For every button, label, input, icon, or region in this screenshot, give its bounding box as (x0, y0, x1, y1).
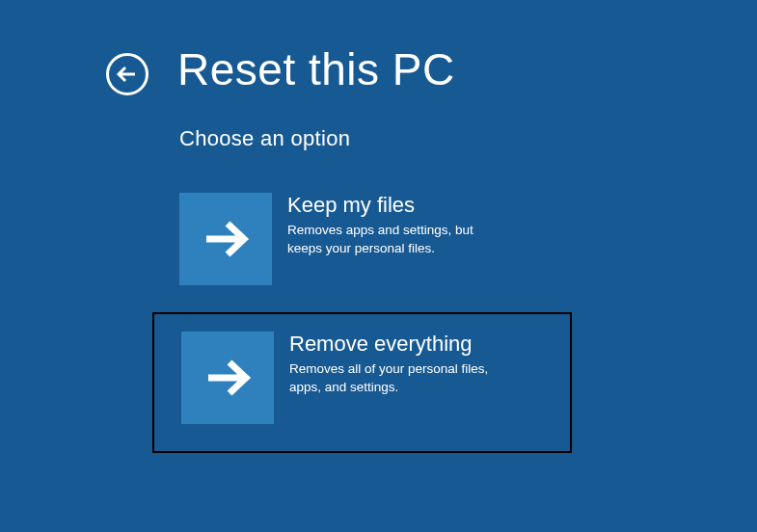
option-text: Remove everything Removes all of your pe… (289, 332, 511, 396)
option-tile (181, 332, 274, 424)
option-description: Removes apps and settings, but keeps you… (287, 222, 509, 256)
option-description: Removes all of your personal files, apps… (289, 360, 511, 395)
arrow-right-icon (203, 353, 253, 403)
option-wrapper-highlighted: Remove everything Removes all of your pe… (152, 312, 572, 453)
option-remove-everything[interactable]: Remove everything Removes all of your pe… (181, 332, 543, 424)
option-keep-my-files[interactable]: Keep my files Removes apps and settings,… (179, 193, 545, 285)
header: Reset this PC (0, 0, 757, 95)
subtitle: Choose an option (179, 126, 757, 151)
arrow-left-icon (116, 63, 139, 86)
back-button[interactable] (106, 53, 149, 95)
option-title: Remove everything (289, 332, 511, 357)
arrow-right-icon (201, 214, 251, 264)
options-list: Keep my files Removes apps and settings,… (152, 175, 757, 453)
option-title: Keep my files (287, 193, 509, 218)
option-text: Keep my files Removes apps and settings,… (287, 193, 509, 257)
option-tile (179, 193, 272, 285)
option-wrapper: Keep my files Removes apps and settings,… (152, 175, 572, 312)
page-title: Reset this PC (177, 43, 455, 95)
